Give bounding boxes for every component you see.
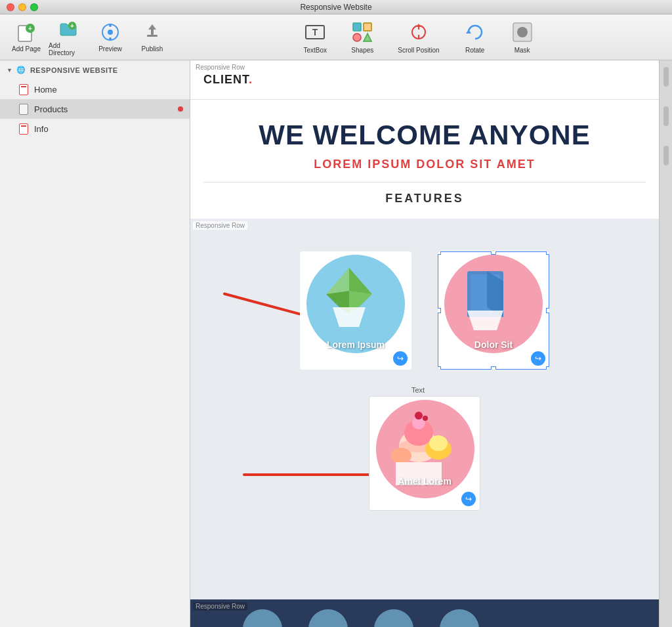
product-card-2[interactable]: Dolor Sit ↪ [438, 251, 549, 370]
canvas-area[interactable]: Responsive Row CLIENT. WE WELCOME ANYONE… [190, 60, 659, 627]
card-2-label: Dolor Sit [438, 339, 549, 350]
sidebar-item-home[interactable]: Home [0, 79, 190, 99]
right-panel-dot-2 [663, 106, 669, 126]
svg-point-39 [423, 416, 428, 421]
svg-rect-9 [147, 35, 158, 37]
main-layout: ▼ 🌐 RESPONSIVE WEBSITE Home Products Inf… [0, 60, 672, 627]
scroll-position-tool[interactable]: Scroll Position [392, 18, 444, 56]
shapes-icon [350, 20, 374, 44]
svg-text:T: T [312, 27, 318, 37]
svg-marker-33 [467, 311, 503, 330]
textbox-label: TextBox [304, 47, 327, 54]
add-directory-icon: + [58, 18, 79, 39]
shapes-label: Shapes [351, 47, 373, 54]
deco-circle-1 [243, 609, 282, 627]
mask-icon [511, 20, 534, 44]
maximize-button[interactable] [30, 3, 38, 11]
product-card-3[interactable]: Amet Lorem ↪ [369, 396, 480, 511]
deco-circle-3 [374, 609, 413, 627]
product-circle-2 [444, 255, 543, 353]
svg-rect-24 [517, 27, 528, 37]
svg-point-6 [108, 30, 113, 35]
scroll-position-icon [407, 20, 430, 44]
features-responsive-row-label: Responsive Row [193, 221, 247, 230]
toolbar: + Add Page + Add Directory [0, 14, 672, 60]
svg-marker-17 [364, 33, 371, 41]
card-2-nav-icon[interactable]: ↪ [531, 351, 545, 366]
right-panel-dot-1 [663, 67, 669, 87]
handle-mr[interactable] [546, 308, 549, 313]
add-page-icon: + [16, 22, 37, 43]
page-icon-home [18, 83, 29, 95]
close-button[interactable] [7, 3, 14, 11]
bottom-row-label: Responsive Row [193, 602, 247, 611]
svg-marker-11 [148, 24, 156, 30]
svg-point-8 [109, 37, 112, 40]
page-icon-products [18, 103, 29, 115]
sidebar-item-info[interactable]: Info [0, 119, 190, 139]
textbox-icon: T [303, 20, 327, 44]
shapes-tool[interactable]: Shapes [345, 18, 379, 56]
toolbar-tools: T TextBox Shapes [172, 18, 665, 56]
right-panel-dot-3 [663, 146, 669, 165]
publish-button[interactable]: Publish [133, 18, 172, 57]
rotate-label: Rotate [465, 47, 484, 54]
window-controls [7, 3, 38, 11]
svg-marker-26 [349, 268, 372, 294]
sidebar-item-products[interactable]: Products [0, 99, 190, 119]
add-directory-button[interactable]: + Add Directory [49, 18, 88, 57]
card-3-nav-icon[interactable]: ↪ [461, 492, 476, 506]
sidebar-section-header: ▼ 🌐 RESPONSIVE WEBSITE [0, 60, 190, 79]
textbox-tool[interactable]: T TextBox [298, 18, 332, 56]
publish-icon [142, 22, 163, 43]
canvas-inner: Responsive Row CLIENT. WE WELCOME ANYONE… [190, 60, 659, 627]
card-1-label: Lorem Ipsum [300, 339, 411, 350]
product-card-1[interactable]: Lorem Ipsum ↪ [300, 251, 411, 370]
handle-ml[interactable] [438, 308, 441, 313]
rotate-icon [463, 20, 487, 44]
add-directory-label: Add Directory [49, 42, 88, 56]
hero-title: WE WELCOME ANYONE [203, 119, 646, 151]
preview-icon [100, 22, 121, 43]
hero-subtitle: LOREM IPSUM DOLOR SIT AMET [203, 158, 646, 171]
sidebar-globe-icon: 🌐 [16, 66, 26, 74]
sidebar-item-info-label: Info [34, 124, 49, 134]
arrow-2-line [243, 473, 387, 476]
website-canvas: Responsive Row CLIENT. WE WELCOME ANYONE… [190, 60, 659, 627]
products-row-bottom: Amet Lorem ↪ [203, 396, 646, 524]
right-panel [659, 60, 672, 627]
publish-label: Publish [142, 45, 163, 53]
minimize-button[interactable] [18, 3, 26, 11]
title-bar: Responsive Website [0, 0, 672, 14]
add-page-button[interactable]: + Add Page [7, 18, 46, 57]
handle-tr[interactable] [546, 251, 549, 255]
mask-label: Mask [514, 47, 530, 54]
hero-section: WE WELCOME ANYONE LOREM IPSUM DOLOR SIT … [190, 100, 659, 219]
scroll-position-label: Scroll Position [398, 47, 439, 54]
deco-circle-2 [308, 609, 348, 627]
svg-rect-16 [353, 33, 361, 41]
window-title: Responsive Website [300, 3, 371, 12]
card-3-label: Amet Lorem [369, 476, 480, 486]
svg-marker-29 [333, 307, 366, 327]
deco-circle-4 [440, 609, 479, 627]
handle-bm[interactable] [491, 366, 496, 370]
handle-br[interactable] [546, 366, 549, 370]
handle-bl[interactable] [438, 366, 441, 370]
svg-point-38 [415, 412, 423, 420]
bottom-row: Responsive Row [190, 599, 659, 627]
sidebar: ▼ 🌐 RESPONSIVE WEBSITE Home Products Inf… [0, 60, 190, 627]
svg-rect-15 [364, 23, 371, 31]
header-responsive-row-label: Responsive Row [193, 63, 247, 72]
add-page-label: Add Page [12, 45, 41, 53]
handle-tl[interactable] [438, 251, 441, 255]
text-label: Text [411, 386, 425, 394]
mask-tool[interactable]: Mask [505, 18, 539, 56]
card-1-nav-icon[interactable]: ↪ [393, 351, 408, 366]
client-logo-dot: . [249, 73, 253, 86]
rotate-tool[interactable]: Rotate [458, 18, 492, 56]
preview-button[interactable]: Preview [91, 18, 130, 57]
svg-point-7 [109, 24, 112, 27]
features-label: FEATURES [203, 182, 646, 205]
client-logo: CLIENT. [203, 73, 253, 87]
